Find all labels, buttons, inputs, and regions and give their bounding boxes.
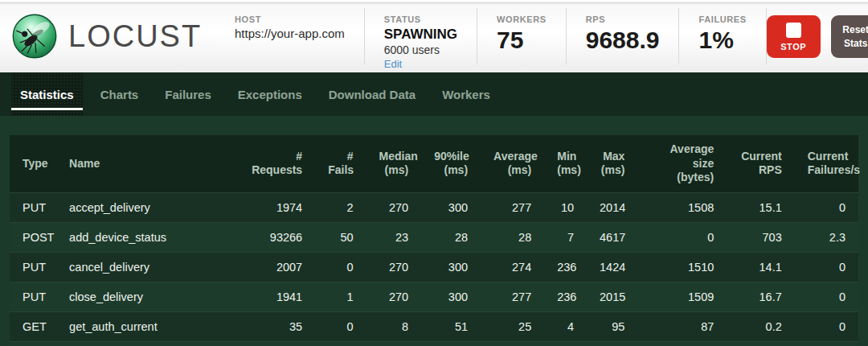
cell-avg-size: 1517 — [637, 341, 727, 346]
cell-average: 277 — [481, 282, 544, 311]
brand: LOCUST — [0, 0, 215, 72]
failures-percent: 1% — [698, 27, 746, 54]
rps-info: RPS 9688.9 — [567, 8, 680, 64]
table-header-row: TypeName# Requests# FailsMedian (ms)90%i… — [10, 135, 858, 192]
tab-statistics[interactable]: Statistics — [11, 72, 83, 116]
tab-workers[interactable]: Workers — [433, 72, 499, 116]
cell-avg-size: 1509 — [637, 282, 727, 311]
cell-current-failures: 0 — [795, 252, 858, 282]
cell-p90: 300 — [421, 282, 481, 311]
table-row[interactable]: PUTclose_delivery19411270300277236201515… — [10, 282, 858, 311]
status-label: STATUS — [384, 14, 457, 24]
cell-fails: 2 — [315, 192, 366, 222]
cell-fails: 24 — [315, 341, 366, 346]
cell-type: GET — [10, 311, 56, 341]
cell-type: PUT — [10, 252, 56, 282]
column-header-current-failures[interactable]: Current Failures/s — [795, 135, 858, 192]
cell-p90: 33 — [421, 341, 481, 346]
cell-name: cancel_delivery — [56, 252, 230, 282]
column-header-fails[interactable]: # Fails — [315, 135, 366, 192]
locust-app: LOCUST HOST https://your-app.com STATUS … — [0, 0, 868, 346]
cell-max: 95 — [587, 311, 637, 341]
status-state: SPAWNING — [384, 27, 457, 43]
cell-min: 4 — [544, 311, 587, 341]
cell-avg-size: 1508 — [637, 192, 727, 222]
brand-name: LOCUST — [68, 19, 202, 54]
stop-icon — [786, 23, 801, 38]
cell-max: 1424 — [587, 252, 637, 282]
tab-download-data[interactable]: Download Data — [320, 72, 424, 116]
cell-fails: 0 — [315, 311, 366, 341]
cell-average: 25 — [481, 341, 544, 346]
cell-average: 25 — [481, 311, 544, 341]
cell-requests: 35 — [231, 311, 316, 341]
cell-name: get_auth_current — [56, 311, 230, 341]
cell-p90: 300 — [421, 252, 481, 282]
cell-requests: 47309 — [231, 341, 316, 346]
cell-median: 23 — [366, 222, 422, 252]
cell-type: PUT — [10, 192, 56, 222]
rps-value: 9688.9 — [586, 27, 660, 54]
column-header-min[interactable]: Min (ms) — [544, 135, 587, 192]
rps-label: RPS — [586, 14, 660, 24]
cell-current-failures: 0 — [795, 192, 858, 222]
cell-current-rps: 358.7 — [727, 341, 794, 346]
stop-button-label: STOP — [780, 42, 806, 51]
column-header-p90[interactable]: 90%ile (ms) — [421, 135, 481, 192]
table-row[interactable]: POSTadd_device_status9326650232828746170… — [10, 222, 858, 252]
cell-max: 4617 — [587, 222, 637, 252]
table-row[interactable]: GETget_deliveries_by_id47309241333254598… — [10, 341, 858, 346]
column-header-type[interactable]: Type — [10, 135, 56, 192]
cell-name: add_device_status — [56, 222, 230, 252]
host-value: https://your-app.com — [235, 27, 345, 40]
header-actions: STOP Reset Stats — [767, 0, 868, 72]
column-header-name[interactable]: Name — [56, 135, 230, 192]
cell-max: 59880 — [587, 341, 637, 346]
stop-button[interactable]: STOP — [767, 15, 821, 58]
cell-requests: 93266 — [231, 222, 316, 252]
workers-label: WORKERS — [497, 14, 547, 24]
column-header-current-rps[interactable]: Current RPS — [727, 135, 794, 192]
table-row[interactable]: PUTaccept_delivery1974227030027710201415… — [10, 192, 858, 222]
cell-avg-size: 87 — [637, 311, 727, 341]
cell-max: 2015 — [587, 282, 637, 311]
top-bar: LOCUST HOST https://your-app.com STATUS … — [0, 0, 868, 72]
column-header-avg-size[interactable]: Average size (bytes) — [637, 135, 727, 192]
cell-median: 8 — [366, 311, 422, 341]
tab-exceptions[interactable]: Exceptions — [229, 72, 311, 116]
cell-current-rps: 16.7 — [727, 282, 794, 311]
tab-charts[interactable]: Charts — [92, 72, 148, 116]
column-header-max[interactable]: Max (ms) — [587, 135, 637, 192]
cell-p90: 51 — [421, 311, 481, 341]
cell-average: 28 — [481, 222, 544, 252]
edit-link[interactable]: Edit — [384, 58, 402, 70]
cell-type: GET — [10, 341, 56, 346]
table-row[interactable]: PUTcancel_delivery2007027030027423614241… — [10, 252, 858, 282]
cell-max: 2014 — [587, 192, 637, 222]
table-row[interactable]: GETget_auth_current35085125495870.20 — [10, 311, 858, 341]
cell-current-failures: 0.9 — [795, 341, 858, 346]
cell-min: 7 — [544, 222, 587, 252]
cell-current-rps: 15.1 — [727, 192, 794, 222]
cell-type: PUT — [10, 282, 56, 311]
cell-avg-size: 1510 — [637, 252, 727, 282]
workers-count: 75 — [497, 27, 547, 54]
cell-name: close_delivery — [56, 282, 230, 311]
cell-median: 270 — [366, 282, 422, 311]
cell-fails: 50 — [315, 222, 366, 252]
cell-current-failures: 0 — [795, 311, 858, 341]
reset-stats-button[interactable]: Reset Stats — [831, 15, 868, 58]
column-header-requests[interactable]: # Requests — [231, 135, 316, 192]
column-header-average[interactable]: Average (ms) — [481, 135, 544, 192]
cell-median: 270 — [366, 192, 422, 222]
statistics-panel: TypeName# Requests# FailsMedian (ms)90%i… — [0, 116, 868, 346]
tab-failures[interactable]: Failures — [156, 72, 220, 116]
cell-min: 4 — [544, 341, 587, 346]
cell-requests: 2007 — [231, 252, 316, 282]
status-user-count: 6000 users — [384, 43, 457, 56]
column-header-median[interactable]: Median (ms) — [366, 135, 422, 192]
cell-average: 277 — [481, 192, 544, 222]
cell-name: get_deliveries_by_id — [56, 341, 230, 346]
cell-p90: 28 — [421, 222, 481, 252]
status-info: STATUS SPAWNING 6000 users Edit — [365, 8, 477, 64]
